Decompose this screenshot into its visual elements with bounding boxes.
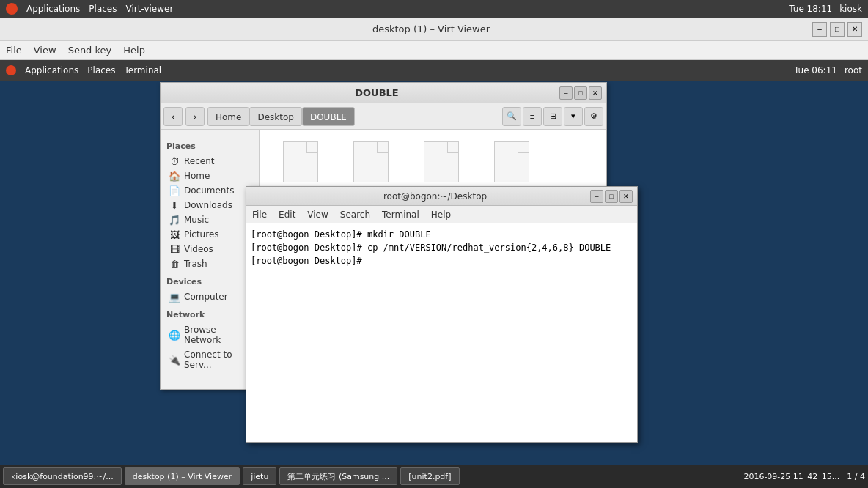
fm-grid-view-button[interactable]: ⊞: [543, 107, 562, 126]
virt-titlebar: desktop (1) – Virt Viewer – □ ✕: [0, 18, 868, 41]
host-task-virtviewer-button[interactable]: desktop (1) – Virt Viewer: [125, 467, 240, 485]
fm-search-button[interactable]: 🔍: [502, 107, 521, 126]
fm-bread-active[interactable]: DOUBLE: [302, 107, 355, 126]
host-kiosk-label: kiosk@foundation99:~/...: [11, 472, 114, 481]
virt-maximize-button[interactable]: □: [830, 22, 845, 37]
host-applications-menu[interactable]: Applications: [26, 4, 80, 14]
host-taskbar: kiosk@foundation99:~/... desktop (1) – V…: [0, 465, 868, 488]
term-edit-menu[interactable]: Edit: [279, 210, 295, 220]
term-terminal-menu[interactable]: Terminal: [382, 210, 419, 220]
host-places-menu[interactable]: Places: [89, 4, 117, 14]
sidebar-item-home[interactable]: 🏠 Home: [161, 169, 259, 183]
vm-places-menu[interactable]: Places: [87, 65, 115, 75]
virt-help-menu[interactable]: Help: [123, 45, 145, 56]
recent-icon: ⏱: [169, 156, 180, 166]
sidebar-item-videos[interactable]: 🎞 Videos: [161, 242, 259, 256]
host-clock: Tue 18:11: [789, 4, 832, 14]
fm-bread-home[interactable]: Home: [207, 107, 249, 126]
fm-devices-section: Devices: [161, 274, 259, 289]
term-line-3: [root@bogon Desktop]#: [251, 254, 633, 267]
sidebar-music-label: Music: [184, 215, 209, 225]
fm-view-options-button[interactable]: ▾: [564, 107, 583, 126]
pictures-icon: 🖼: [169, 229, 180, 240]
sidebar-item-connect-server[interactable]: 🔌 Connect to Serv...: [161, 347, 259, 372]
vm-topbar-right: Tue 06:11 root: [794, 65, 862, 75]
fm-sidebar: Places ⏱ Recent 🏠 Home 📄 Documents: [161, 130, 260, 389]
sidebar-item-pictures[interactable]: 🖼 Pictures: [161, 227, 259, 242]
host-topbar-right: Tue 18:11 kiosk: [789, 4, 862, 14]
host-desktop: Applications Places Virt-viewer Tue 18:1…: [0, 0, 868, 488]
host-taskbar-right: 2016-09-25 11_42_15... 1 / 4: [743, 472, 865, 481]
sidebar-item-recent[interactable]: ⏱ Recent: [161, 154, 259, 169]
virt-close-button[interactable]: ✕: [847, 22, 862, 37]
fm-places-section: Places: [161, 138, 259, 154]
vm-user: root: [845, 65, 862, 75]
virt-file-menu[interactable]: File: [6, 45, 22, 56]
fm-back-button[interactable]: ‹: [163, 107, 183, 126]
term-close-button[interactable]: ✕: [619, 190, 633, 203]
sidebar-item-browse-network[interactable]: 🌐 Browse Network: [161, 322, 259, 347]
host-task-samsung-button[interactable]: 第二单元练习 (Samsung ...: [279, 467, 397, 485]
virt-window-title: desktop (1) – Virt Viewer: [50, 23, 812, 34]
fm-close-button[interactable]: ✕: [589, 86, 602, 100]
term-help-menu[interactable]: Help: [431, 210, 451, 220]
fm-settings-button[interactable]: ⚙: [584, 107, 603, 126]
connect-server-icon: 🔌: [169, 355, 180, 365]
fm-titlebar: DOUBLE – □ ✕: [161, 83, 606, 103]
term-window-controls: – □ ✕: [590, 190, 633, 203]
sidebar-home-label: Home: [184, 171, 210, 181]
host-jietu-label: jietu: [251, 472, 268, 481]
host-task-unit2-button[interactable]: [unit2.pdf]: [400, 467, 459, 485]
fm-maximize-button[interactable]: □: [574, 86, 587, 100]
sidebar-pictures-label: Pictures: [184, 229, 219, 240]
fm-toolbar-right: 🔍 ≡ ⊞ ▾ ⚙: [502, 107, 603, 126]
vm-desktop: Applications Places Terminal Tue 06:11 r…: [0, 60, 868, 488]
fm-toolbar: ‹ › Home Desktop DOUBLE 🔍 ≡ ⊞ ▾ ⚙: [161, 103, 606, 130]
term-body[interactable]: [root@bogon Desktop]# mkdir DOUBLE [root…: [246, 223, 637, 442]
sidebar-browse-network-label: Browse Network: [184, 325, 253, 345]
vm-terminal-label[interactable]: Terminal: [124, 65, 161, 75]
downloads-icon: ⬇: [169, 200, 180, 210]
host-virtviewer-label: desktop (1) – Virt Viewer: [133, 472, 232, 481]
music-icon: 🎵: [169, 215, 180, 225]
vm-app-icon: [6, 65, 16, 75]
fm-minimize-button[interactable]: –: [559, 86, 573, 100]
host-task-jietu-button[interactable]: jietu: [243, 467, 276, 485]
file-icon-version6: [424, 141, 459, 182]
host-task-kiosk-button[interactable]: kiosk@foundation99:~/...: [3, 467, 122, 485]
sidebar-item-documents[interactable]: 📄 Documents: [161, 183, 259, 198]
term-maximize-button[interactable]: □: [605, 190, 618, 203]
virt-menubar: File View Send key Help: [0, 41, 868, 60]
fm-list-view-button[interactable]: ≡: [523, 107, 542, 126]
term-search-menu[interactable]: Search: [340, 210, 370, 220]
file-icon-version2: [283, 141, 318, 182]
sidebar-downloads-label: Downloads: [184, 200, 232, 210]
virt-sendkey-menu[interactable]: Send key: [68, 45, 112, 56]
sidebar-computer-label: Computer: [184, 292, 228, 302]
trash-icon: 🗑: [169, 259, 180, 269]
term-view-menu[interactable]: View: [307, 210, 328, 220]
fm-forward-button[interactable]: ›: [185, 107, 205, 126]
host-user: kiosk: [839, 4, 862, 14]
sidebar-item-trash[interactable]: 🗑 Trash: [161, 256, 259, 271]
vm-applications-menu[interactable]: Applications: [25, 65, 78, 75]
sidebar-item-computer[interactable]: 💻 Computer: [161, 289, 259, 304]
fm-window-title: DOUBLE: [194, 87, 559, 98]
virt-view-menu[interactable]: View: [34, 45, 56, 56]
virt-window-controls: – □ ✕: [812, 22, 862, 37]
host-terminal-label[interactable]: Virt-viewer: [125, 4, 173, 14]
term-file-menu[interactable]: File: [252, 210, 267, 220]
computer-icon: 💻: [169, 292, 180, 302]
virt-minimize-button[interactable]: –: [812, 22, 827, 37]
browse-network-icon: 🌐: [169, 330, 180, 340]
fm-bread-desktop[interactable]: Desktop: [249, 107, 302, 126]
term-minimize-button[interactable]: –: [590, 190, 603, 203]
sidebar-item-downloads[interactable]: ⬇ Downloads: [161, 198, 259, 212]
documents-icon: 📄: [169, 185, 180, 196]
vm-topbar: Applications Places Terminal Tue 06:11 r…: [0, 60, 868, 81]
sidebar-item-music[interactable]: 🎵 Music: [161, 212, 259, 227]
terminal-window: root@bogon:~/Desktop – □ ✕ File Edit Vie…: [246, 186, 638, 443]
host-right-text: 2016-09-25 11_42_15...: [743, 472, 839, 481]
host-samsung-label: 第二单元练习 (Samsung ...: [287, 471, 389, 482]
term-titlebar: root@bogon:~/Desktop – □ ✕: [246, 187, 637, 206]
